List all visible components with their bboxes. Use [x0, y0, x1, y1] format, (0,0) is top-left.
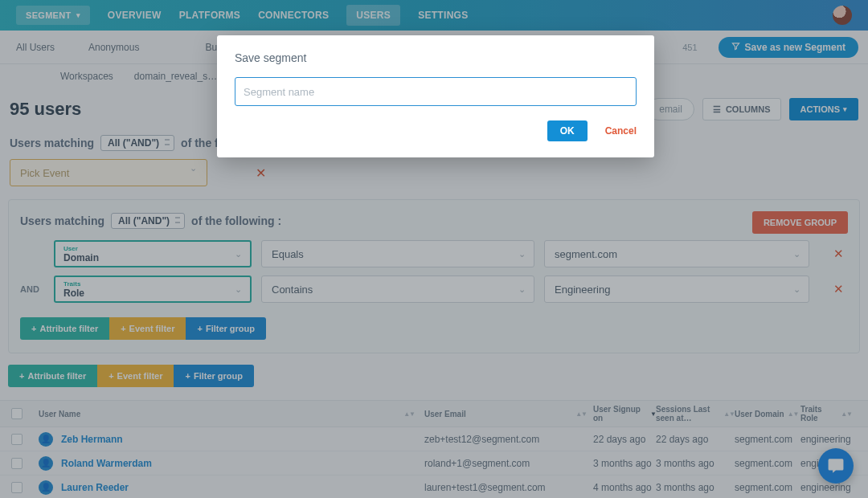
segment-name-input[interactable] [235, 77, 637, 106]
ok-button[interactable]: OK [547, 120, 588, 141]
modal-title: Save segment [235, 51, 637, 64]
save-segment-modal: Save segment OK Cancel [217, 35, 654, 157]
cancel-link[interactable]: Cancel [605, 125, 637, 137]
